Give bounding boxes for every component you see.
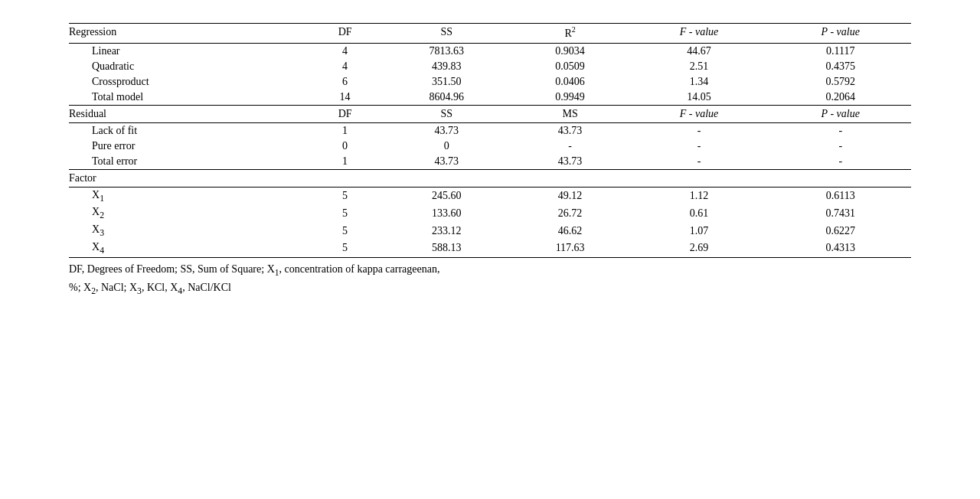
row-ss: 233.12 [381, 222, 512, 240]
row-ms: 43.73 [512, 154, 629, 170]
row-f: 1.12 [628, 187, 769, 204]
row-f: 44.67 [628, 43, 769, 59]
row-label: X1 [69, 187, 309, 204]
factor-label: Factor [69, 169, 911, 187]
regression-header-row: Regression DF SS R2 F - value P - value [69, 24, 911, 44]
table-row: Lack of fit 1 43.73 43.73 - - [69, 122, 911, 139]
row-ms: 43.73 [512, 122, 629, 139]
row-f: 0.61 [628, 204, 769, 222]
row-p: 0.1117 [770, 43, 911, 59]
row-df: 5 [309, 222, 381, 240]
residual-ss-col: SS [381, 105, 512, 122]
row-label: Crossproduct [69, 74, 309, 90]
row-r2: 0.9034 [512, 43, 629, 59]
row-ss: 43.73 [381, 154, 512, 170]
col-f-header: F - value [628, 24, 769, 44]
residual-p-col: P - value [770, 105, 911, 122]
table-row: X3 5 233.12 46.62 1.07 0.6227 [69, 222, 911, 240]
table-row: Pure error 0 0 - - - [69, 139, 911, 154]
col-ss-header: SS [381, 24, 512, 44]
row-p: - [770, 139, 911, 154]
row-df: 5 [309, 204, 381, 222]
row-f: 1.07 [628, 222, 769, 240]
row-label: X2 [69, 204, 309, 222]
row-ss: 8604.96 [381, 90, 512, 106]
anova-table: Regression DF SS R2 F - value P - value … [69, 23, 911, 258]
row-f: - [628, 154, 769, 170]
row-f: 1.34 [628, 74, 769, 90]
residual-label: Residual [69, 105, 309, 122]
row-df: 0 [309, 139, 381, 154]
table-row: Quadratic 4 439.83 0.0509 2.51 0.4375 [69, 59, 911, 74]
row-label: Total model [69, 90, 309, 106]
row-label: Quadratic [69, 59, 309, 74]
row-f: 2.51 [628, 59, 769, 74]
row-df: 5 [309, 240, 381, 257]
col-regression-label: Regression [69, 24, 309, 44]
row-r2: 0.0406 [512, 74, 629, 90]
table-row: Linear 4 7813.63 0.9034 44.67 0.1117 [69, 43, 911, 59]
row-f: 2.69 [628, 240, 769, 257]
stats-table-container: Regression DF SS R2 F - value P - value … [69, 23, 911, 298]
row-df: 4 [309, 59, 381, 74]
row-p: 0.6227 [770, 222, 911, 240]
row-p: 0.6113 [770, 187, 911, 204]
row-ss: 43.73 [381, 122, 512, 139]
table-row: Crossproduct 6 351.50 0.0406 1.34 0.5792 [69, 74, 911, 90]
row-ms: 26.72 [512, 204, 629, 222]
residual-ms-col: MS [512, 105, 629, 122]
row-df: 14 [309, 90, 381, 106]
row-p: 0.4313 [770, 240, 911, 257]
row-ss: 588.13 [381, 240, 512, 257]
residual-df-col: DF [309, 105, 381, 122]
residual-section-header: Residual DF SS MS F - value P - value [69, 105, 911, 122]
row-ms: 49.12 [512, 187, 629, 204]
table-row: X2 5 133.60 26.72 0.61 0.7431 [69, 204, 911, 222]
row-label: X3 [69, 222, 309, 240]
row-f: - [628, 139, 769, 154]
row-label: Total error [69, 154, 309, 170]
row-ss: 439.83 [381, 59, 512, 74]
factor-section-header: Factor [69, 169, 911, 187]
row-p: 0.7431 [770, 204, 911, 222]
row-ss: 245.60 [381, 187, 512, 204]
row-df: 4 [309, 43, 381, 59]
row-f: 14.05 [628, 90, 769, 106]
footnote-line2: %; X2, NaCl; X3, KCl, X4, NaCl/KCl [69, 282, 231, 293]
residual-f-col: F - value [628, 105, 769, 122]
row-label: X4 [69, 240, 309, 257]
row-ss: 0 [381, 139, 512, 154]
table-row: X4 5 588.13 117.63 2.69 0.4313 [69, 240, 911, 257]
row-p: 0.2064 [770, 90, 911, 106]
table-row: Total error 1 43.73 43.73 - - [69, 154, 911, 170]
col-df-header: DF [309, 24, 381, 44]
row-r2: 0.9949 [512, 90, 629, 106]
row-p: - [770, 122, 911, 139]
row-ms: 46.62 [512, 222, 629, 240]
row-ms: - [512, 139, 629, 154]
col-r2-header: R2 [512, 24, 629, 44]
table-row: Total model 14 8604.96 0.9949 14.05 0.20… [69, 90, 911, 106]
row-df: 5 [309, 187, 381, 204]
row-p: 0.4375 [770, 59, 911, 74]
row-df: 6 [309, 74, 381, 90]
row-r2: 0.0509 [512, 59, 629, 74]
row-ss: 133.60 [381, 204, 512, 222]
row-df: 1 [309, 154, 381, 170]
row-f: - [628, 122, 769, 139]
row-label: Pure error [69, 139, 309, 154]
row-p: 0.5792 [770, 74, 911, 90]
table-row: X1 5 245.60 49.12 1.12 0.6113 [69, 187, 911, 204]
footnote-line1: DF, Degrees of Freedom; SS, Sum of Squar… [69, 263, 439, 275]
row-df: 1 [309, 122, 381, 139]
row-ms: 117.63 [512, 240, 629, 257]
row-label: Linear [69, 43, 309, 59]
col-p-header: P - value [770, 24, 911, 44]
row-ss: 7813.63 [381, 43, 512, 59]
row-label: Lack of fit [69, 122, 309, 139]
table-footnote: DF, Degrees of Freedom; SS, Sum of Squar… [69, 261, 911, 298]
row-ss: 351.50 [381, 74, 512, 90]
row-p: - [770, 154, 911, 170]
